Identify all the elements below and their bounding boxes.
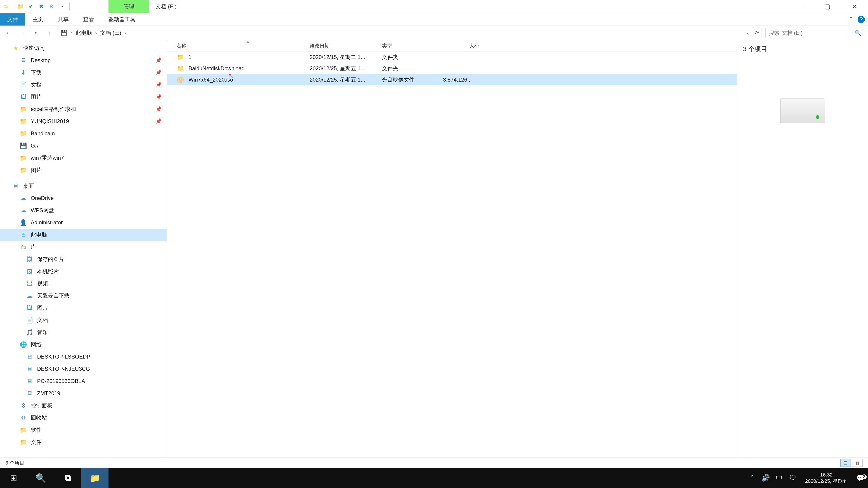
cloud-icon: ☁ <box>19 194 28 202</box>
system-tray: ˄ 🔊 中 🛡 16:32 2020/12/25, 星期五 💬3 <box>745 468 868 488</box>
action-center-icon[interactable]: 💬3 <box>853 474 868 482</box>
view-large-button[interactable]: ▦ <box>852 459 863 467</box>
forward-button[interactable]: → <box>16 28 28 38</box>
separator <box>13 2 13 11</box>
cancel-icon[interactable]: ✖ <box>38 3 45 10</box>
pc-icon: 🖥 <box>25 352 34 361</box>
nav-item[interactable]: 📄文档 <box>0 314 166 326</box>
file-row[interactable]: 📁BaiduNetdiskDownload 2020/12/25, 星期五 1.… <box>167 63 737 74</box>
maximize-button[interactable]: ▢ <box>814 0 841 13</box>
nav-item[interactable]: 🖼本机照片 <box>0 265 166 278</box>
address-dropdown-icon[interactable]: ⌄ <box>746 30 750 36</box>
col-type[interactable]: 类型 <box>382 42 443 49</box>
title-bar: 🗂 📁 ✔ ✖ ⚙ ▾ 管理 文档 (E:) — ▢ ✕ <box>0 0 868 13</box>
music-icon: 🎵 <box>25 328 34 337</box>
tray-chevron-icon[interactable]: ˄ <box>745 474 759 482</box>
col-name[interactable]: 名称▲ <box>176 42 310 49</box>
search-icon[interactable]: 🔍 <box>855 30 862 36</box>
tab-file[interactable]: 文件 <box>0 13 25 26</box>
up-button[interactable]: ↑ <box>43 28 55 38</box>
gear-icon[interactable]: ⚙ <box>48 3 55 10</box>
search-box[interactable]: 🔍 <box>765 28 865 38</box>
nav-item[interactable]: 🎵音乐 <box>0 326 166 338</box>
nav-item[interactable]: 📄文档📌 <box>0 78 166 91</box>
back-button[interactable]: ← <box>3 28 14 38</box>
task-explorer-button[interactable]: 📁 <box>81 468 108 488</box>
nav-item[interactable]: 🖥DESKTOP-NJEU3CG <box>0 363 166 375</box>
preview-pane: 3 个项目 <box>737 40 868 457</box>
col-size[interactable]: 大小 <box>443 42 479 49</box>
nav-item[interactable]: 💾G:\ <box>0 140 166 152</box>
task-search-button[interactable]: 🔍 <box>27 468 54 488</box>
ime-indicator[interactable]: 中 <box>773 473 786 483</box>
nav-tree[interactable]: ★快速访问 🖥Desktop📌 ⬇下载📌 📄文档📌 🖼图片📌 📁excel表格制… <box>0 40 167 457</box>
task-view-button[interactable]: ⧉ <box>54 468 81 488</box>
nav-item[interactable]: 📁Bandicam <box>0 127 166 140</box>
tab-view[interactable]: 查看 <box>76 13 101 26</box>
address-bar[interactable]: 💾 › 此电脑 › 文档 (E:) › ⌄ ⟳ <box>58 28 762 38</box>
folder-icon[interactable]: 📁 <box>17 3 24 10</box>
nav-item[interactable]: 👤Administrator <box>0 217 166 229</box>
minimize-button[interactable]: — <box>786 0 814 13</box>
video-icon: 🎞 <box>25 279 34 288</box>
tab-share[interactable]: 共享 <box>51 13 76 26</box>
nav-item[interactable]: 📁YUNQISHI2019📌 <box>0 115 166 127</box>
start-button[interactable]: ⊞ <box>0 468 27 488</box>
nav-item[interactable]: ♻回收站 <box>0 412 166 424</box>
tab-drive-tools[interactable]: 驱动器工具 <box>101 13 143 26</box>
pictures-icon: 🖼 <box>19 93 28 101</box>
cloud-icon: ☁ <box>19 206 28 215</box>
nav-item-this-pc[interactable]: 🖥此电脑 <box>0 229 166 241</box>
nav-item-network[interactable]: 🌐网络 <box>0 338 166 351</box>
nav-item[interactable]: 🎞视频 <box>0 278 166 290</box>
nav-item[interactable]: ☁WPS网盘 <box>0 204 166 217</box>
nav-item[interactable]: 🖥Desktop📌 <box>0 54 166 66</box>
nav-desktop[interactable]: 🖥桌面 <box>0 180 166 192</box>
help-icon[interactable]: ? <box>858 16 865 23</box>
check-icon[interactable]: ✔ <box>27 3 35 10</box>
desktop-icon: 🖥 <box>11 182 20 190</box>
nav-item[interactable]: ⚙控制面板 <box>0 399 166 412</box>
nav-item[interactable]: ☁OneDrive <box>0 192 166 204</box>
ribbon-collapse-icon[interactable]: ˄ <box>847 16 855 23</box>
nav-item[interactable]: 🖼保存的图片 <box>0 253 166 265</box>
nav-item-libraries[interactable]: 🗂库 <box>0 241 166 253</box>
col-date[interactable]: 修改日期 <box>310 42 382 49</box>
taskbar-clock[interactable]: 16:32 2020/12/25, 星期五 <box>800 472 853 484</box>
nav-item[interactable]: 📁win7重装win7 <box>0 152 166 164</box>
breadcrumb[interactable]: 此电脑 <box>76 29 92 37</box>
pin-icon: 📌 <box>156 57 162 63</box>
close-button[interactable]: ✕ <box>841 0 868 13</box>
file-row-selected[interactable]: 📀Win7x64_2020.iso 2020/12/25, 星期五 1... 光… <box>167 74 737 86</box>
nav-item[interactable]: 🖥ZMT2019 <box>0 387 166 399</box>
nav-item[interactable]: 🖥PC-20190530OBLA <box>0 375 166 387</box>
nav-item[interactable]: 📁excel表格制作求和📌 <box>0 103 166 115</box>
tab-home[interactable]: 主页 <box>25 13 51 26</box>
view-details-button[interactable]: ☰ <box>840 459 851 467</box>
nav-item[interactable]: 📁图片 <box>0 164 166 176</box>
security-icon[interactable]: 🛡 <box>786 474 800 482</box>
nav-item[interactable]: 📁软件 <box>0 424 166 436</box>
breadcrumb[interactable]: 文档 (E:) <box>100 29 121 37</box>
refresh-icon[interactable]: ⟳ <box>755 30 759 36</box>
folder-icon: 📁 <box>19 117 28 126</box>
qat-dropdown-icon[interactable]: ▾ <box>59 3 66 10</box>
file-row[interactable]: 📁1 2020/12/15, 星期二 1... 文件夹 <box>167 52 737 63</box>
search-input[interactable] <box>769 30 851 36</box>
volume-icon[interactable]: 🔊 <box>759 474 773 482</box>
context-tab-manage[interactable]: 管理 <box>108 0 149 13</box>
nav-item[interactable]: 🖥DESKTOP-LSSOEDP <box>0 351 166 363</box>
status-text: 3 个项目 <box>5 459 24 466</box>
download-icon: ⬇ <box>19 68 28 77</box>
nav-item[interactable]: 📁文件 <box>0 436 166 448</box>
nav-item[interactable]: 🖼图片 <box>0 302 166 314</box>
sort-asc-icon: ▲ <box>246 39 250 44</box>
nav-item[interactable]: ☁天翼云盘下载 <box>0 290 166 302</box>
taskbar[interactable]: ⊞ 🔍 ⧉ 📁 ˄ 🔊 中 🛡 16:32 2020/12/25, 星期五 💬3 <box>0 468 868 488</box>
nav-item[interactable]: 🖼图片📌 <box>0 91 166 103</box>
recent-dropdown[interactable]: ▾ <box>30 28 41 38</box>
document-icon: 📄 <box>25 316 34 324</box>
column-headers[interactable]: 名称▲ 修改日期 类型 大小 <box>167 40 737 52</box>
nav-item[interactable]: ⬇下载📌 <box>0 66 166 78</box>
nav-quick-access[interactable]: ★快速访问 <box>0 42 166 54</box>
